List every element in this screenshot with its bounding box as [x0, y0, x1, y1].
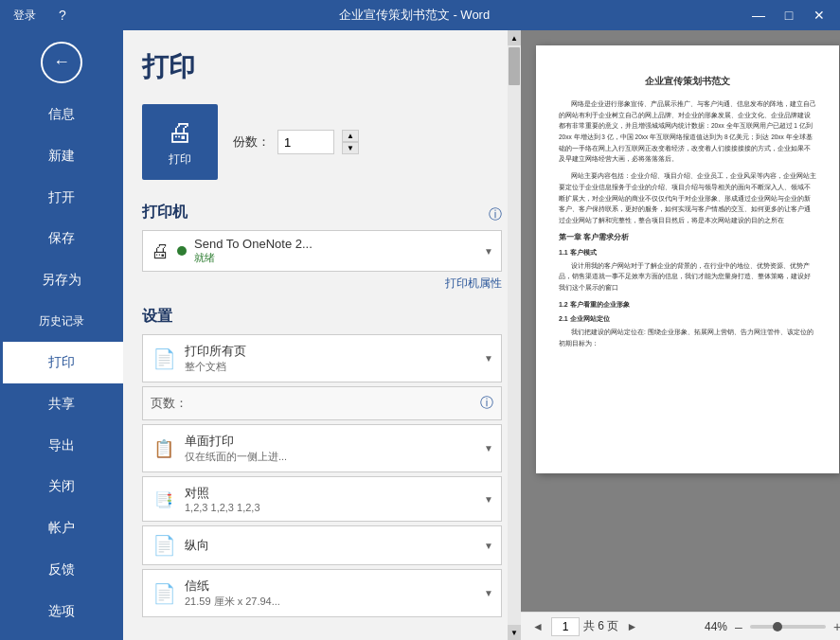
- sidebar-item-close[interactable]: 关闭: [0, 466, 123, 507]
- titlebar-help-btn[interactable]: ?: [49, 5, 76, 26]
- doc-subheading-1: 1.2 客户看重的企业形象: [559, 299, 816, 310]
- duplex-main: 单面打印: [185, 433, 476, 450]
- sidebar-item-history[interactable]: 历史记录: [0, 301, 123, 343]
- print-content: 打印 🖨 打印 份数： ▲ ▼: [123, 30, 840, 640]
- printer-props-link[interactable]: 打印机属性: [142, 276, 502, 292]
- paper-size-selector[interactable]: 📄 信纸 21.59 厘米 x 27.94... ▼: [142, 569, 502, 617]
- left-scroll-down[interactable]: ▼: [508, 625, 521, 640]
- sidebar-item-open[interactable]: 打开: [0, 177, 123, 219]
- zoom-thumb: [773, 622, 782, 631]
- duplex-arrow: ▼: [484, 443, 493, 453]
- sidebar-item-feedback[interactable]: 反馈: [0, 549, 123, 591]
- sidebar-item-save[interactable]: 保存: [0, 218, 123, 259]
- doc-para-1: 网站主要内容包括：企业介绍、项目介绍、企业员工，企业风采等内容，企业网站主要定位…: [559, 170, 816, 225]
- print-range-icon: 📄: [151, 347, 177, 370]
- prev-page-btn[interactable]: ◄: [528, 617, 547, 636]
- sidebar-item-info[interactable]: 信息: [0, 94, 123, 135]
- copies-label: 份数：: [233, 133, 270, 151]
- left-scroll-track: [508, 45, 521, 625]
- printer-name-area: Send To OneNote 2... 就绪: [194, 237, 476, 265]
- doc-heading-0: 第一章 客户需求分析: [559, 232, 816, 243]
- printer-status-text: 就绪: [194, 251, 476, 265]
- left-scrollbar[interactable]: ▲ ▼: [508, 30, 521, 640]
- print-range-main: 打印所有页: [185, 343, 476, 360]
- sidebar-item-saveas[interactable]: 另存为: [0, 259, 123, 301]
- copies-down-btn[interactable]: ▼: [342, 142, 359, 154]
- orientation-text: 纵向: [185, 537, 476, 554]
- doc-title: 企业宣传策划书范文: [559, 74, 816, 89]
- doc-subheading-0: 1.1 客户模式: [559, 247, 816, 258]
- sidebar-item-export[interactable]: 导出: [0, 425, 123, 467]
- sidebar-item-new[interactable]: 新建: [0, 135, 123, 177]
- sidebar-item-options[interactable]: 选项: [0, 591, 123, 632]
- printer-device-icon: 🖨: [151, 240, 170, 262]
- sidebar-item-share[interactable]: 共享: [0, 383, 123, 425]
- paper-size-arrow: ▼: [484, 588, 493, 598]
- window-controls: — □ ✕: [745, 5, 832, 26]
- total-pages: 共 6 页: [583, 618, 618, 634]
- page-nav: ◄ 共 6 页 ►: [528, 617, 641, 636]
- paper-size-icon: 📄: [151, 582, 177, 605]
- minimize-btn[interactable]: —: [745, 5, 772, 26]
- pages-input[interactable]: [195, 397, 473, 411]
- sidebar-logo: ←: [0, 30, 123, 94]
- pages-row: 页数： ⓘ: [142, 386, 502, 420]
- zoom-in-btn[interactable]: +: [830, 619, 840, 634]
- doc-para-0: 网络是企业进行形象宣传、产品展示推广、与客户沟通、信息发布的阵地，建立自己的网站…: [559, 98, 816, 165]
- status-dot: [177, 246, 187, 256]
- right-area: 企业宣传策划书范文 网络是企业进行形象宣传、产品展示推广、与客户沟通、信息发布的…: [521, 30, 840, 640]
- printer-selector[interactable]: 🖨 Send To OneNote 2... 就绪 ▼: [142, 230, 502, 272]
- collate-sub: 1,2,3 1,2,3 1,2,3: [185, 502, 476, 513]
- settings-section: 设置 📄 打印所有页 整个文档 ▼ 页数：: [142, 307, 502, 617]
- next-page-btn[interactable]: ►: [622, 617, 641, 636]
- print-range-text: 打印所有页 整个文档: [185, 343, 476, 374]
- print-button[interactable]: 🖨 打印: [142, 104, 218, 180]
- print-range-sub: 整个文档: [185, 360, 476, 374]
- maximize-btn[interactable]: □: [776, 5, 802, 26]
- left-scroll[interactable]: 打印 🖨 打印 份数： ▲ ▼: [123, 30, 521, 640]
- printer-section-title: 打印机: [142, 203, 188, 222]
- left-panel: 打印 🖨 打印 份数： ▲ ▼: [123, 30, 521, 640]
- duplex-text: 单面打印 仅在纸面的一侧上进...: [185, 433, 476, 464]
- copies-up-btn[interactable]: ▲: [342, 130, 359, 142]
- bottom-bar: ◄ 共 6 页 ► 44% – + ⊡: [521, 612, 840, 640]
- preview-main: 企业宣传策划书范文 网络是企业进行形象宣传、产品展示推广、与客户沟通、信息发布的…: [521, 30, 840, 612]
- duplex-icon: 📋: [151, 438, 177, 459]
- close-btn[interactable]: ✕: [806, 5, 832, 26]
- zoom-out-btn[interactable]: –: [731, 619, 746, 634]
- print-btn-label: 打印: [169, 151, 191, 168]
- doc-para-3: 我们把建设的网站定位在: 围绕企业形象、拓展网上营销、告力网注管件、该定位的初期…: [559, 327, 816, 348]
- zoom-slider[interactable]: [750, 625, 826, 629]
- left-scroll-up[interactable]: ▲: [508, 30, 521, 45]
- printer-dropdown-icon: ▼: [484, 246, 493, 257]
- printer-section-header: 打印机 ⓘ: [142, 199, 502, 230]
- copies-area: 份数： ▲ ▼: [233, 130, 359, 154]
- sidebar-item-print[interactable]: 打印: [0, 342, 123, 383]
- left-scroll-thumb: [509, 47, 520, 85]
- sidebar-item-account[interactable]: 帐户: [0, 507, 123, 549]
- zoom-value: 44%: [705, 620, 727, 633]
- duplex-sub: 仅在纸面的一侧上进...: [185, 450, 476, 464]
- print-range-selector[interactable]: 📄 打印所有页 整个文档 ▼: [142, 334, 502, 382]
- back-icon: ←: [53, 52, 70, 72]
- main-layout: ← 信息 新建 打开 保存 另存为 历史记录 打印 共享 导出 关闭 帐户 反馈…: [0, 30, 840, 640]
- back-button[interactable]: ←: [41, 42, 82, 83]
- duplex-selector[interactable]: 📋 单面打印 仅在纸面的一侧上进... ▼: [142, 424, 502, 472]
- titlebar-title: 企业宣传策划书范文 - Word: [83, 7, 745, 24]
- settings-section-title: 设置: [142, 307, 502, 327]
- printer-name: Send To OneNote 2...: [194, 237, 476, 251]
- titlebar: 登录 ? 企业宣传策划书范文 - Word — □ ✕: [0, 0, 840, 30]
- print-btn-area: 🖨 打印 份数： ▲ ▼: [142, 104, 502, 180]
- orientation-selector[interactable]: 📄 纵向 ▼: [142, 525, 502, 565]
- collate-icon: 📑: [151, 490, 177, 508]
- copies-input[interactable]: [277, 130, 334, 154]
- page-input[interactable]: [551, 617, 580, 636]
- printer-info-icon[interactable]: ⓘ: [489, 206, 502, 223]
- titlebar-login-btn[interactable]: 登录: [8, 5, 42, 26]
- paper-size-text: 信纸 21.59 厘米 x 27.94...: [185, 578, 476, 609]
- collate-selector[interactable]: 📑 对照 1,2,3 1,2,3 1,2,3 ▼: [142, 476, 502, 522]
- printer-status: [177, 246, 187, 256]
- pages-info-icon[interactable]: ⓘ: [480, 395, 493, 412]
- collate-main: 对照: [185, 485, 476, 502]
- printer-icon: 🖨: [167, 116, 193, 148]
